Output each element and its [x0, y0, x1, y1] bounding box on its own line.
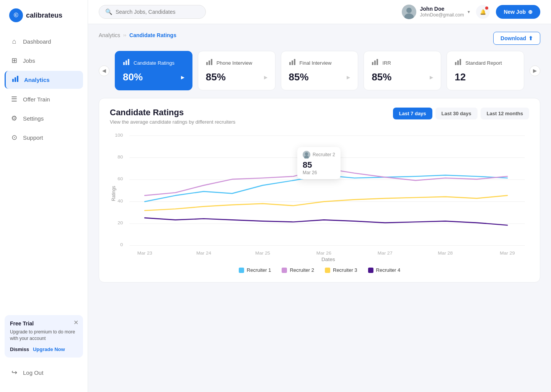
breadcrumb-parent[interactable]: Analytics — [99, 32, 120, 38]
svg-text:0: 0 — [120, 242, 123, 247]
svg-rect-7 — [126, 60, 127, 65]
metric-header-irr: IRR — [372, 58, 433, 67]
sidebar-item-dashboard[interactable]: ⌂ Dashboard — [5, 33, 83, 50]
svg-rect-18 — [455, 62, 456, 65]
chart-wrapper: Recruiter 2 85 Mar 26 100 80 60 40 20 0 … — [110, 132, 529, 263]
legend-item-recruiter2: Recruiter 2 — [282, 267, 314, 273]
svg-rect-16 — [374, 60, 376, 65]
sidebar-label-offer-train: Offer Train — [23, 96, 50, 103]
metric-card-standard-report[interactable]: Standard Report 12 — [447, 51, 524, 90]
metric-icon-candidate-ratings — [123, 58, 130, 67]
svg-text:40: 40 — [117, 198, 123, 203]
svg-point-4 — [406, 8, 412, 13]
svg-text:80: 80 — [117, 154, 123, 159]
svg-text:20: 20 — [117, 220, 123, 225]
sidebar-label-dashboard: Dashboard — [23, 38, 51, 45]
free-trial-title: Free Trial — [10, 320, 78, 327]
upgrade-button[interactable]: Upgrade Now — [33, 346, 65, 352]
breadcrumb-separator: ›› — [123, 33, 126, 38]
chart-card: Candidate Ratings View the average candi… — [99, 98, 540, 283]
svg-rect-0 — [12, 79, 14, 82]
legend-dot-recruiter2 — [282, 268, 287, 273]
search-input[interactable] — [116, 9, 199, 15]
notification-button[interactable]: 🔔 — [476, 5, 490, 19]
logo-text: calibrateus — [26, 11, 62, 20]
notification-dot — [485, 7, 488, 10]
svg-rect-20 — [460, 59, 461, 65]
tooltip-dot — [321, 165, 327, 171]
metric-card-irr[interactable]: IRR 85% ▶ — [364, 51, 441, 90]
sidebar-item-logout[interactable]: ↪ Log Out — [5, 364, 83, 381]
download-button[interactable]: Download ⬆ — [493, 32, 540, 45]
svg-rect-2 — [17, 76, 18, 82]
logo[interactable]: © calibrateus — [0, 0, 88, 33]
svg-rect-19 — [457, 60, 459, 65]
page-content: Analytics ›› Candidate Ratings Download … — [88, 24, 551, 392]
sidebar-label-settings: Settings — [23, 115, 44, 122]
free-trial-box: Free Trial ✕ Upgrade to premium to do mo… — [5, 315, 83, 358]
download-label: Download — [500, 35, 526, 41]
time-filter-12months[interactable]: Last 12 months — [481, 108, 529, 119]
metric-icon-standard-report — [455, 58, 462, 67]
time-filter-7days[interactable]: Last 7 days — [393, 108, 432, 119]
metric-value-row-final-interview: 85% ▶ — [289, 71, 350, 83]
svg-rect-14 — [294, 59, 295, 65]
metric-icon-final-interview — [289, 58, 297, 67]
dismiss-button[interactable]: Dismiss — [10, 346, 29, 352]
metric-title-final-interview: Final Interview — [300, 60, 332, 66]
new-job-label: New Job — [504, 9, 526, 15]
analytics-icon — [11, 75, 20, 84]
metrics-row: ◀ Candidate Ratings 80% ▶ — [99, 51, 540, 90]
free-trial-close-button[interactable]: ✕ — [73, 319, 78, 326]
legend-dot-recruiter1 — [239, 268, 244, 273]
metric-icon-phone-interview — [206, 58, 214, 67]
sidebar-item-settings[interactable]: ⚙ Settings — [5, 109, 83, 127]
settings-icon: ⚙ — [10, 114, 18, 122]
metric-arrow-phone-interview: ▶ — [264, 75, 267, 80]
chart-header: Candidate Ratings View the average candi… — [110, 108, 529, 125]
user-info[interactable]: John Doe JohnDoe@gmail.com ▾ — [402, 5, 470, 19]
chevron-down-icon: ▾ — [468, 9, 470, 15]
svg-rect-9 — [206, 62, 208, 65]
home-icon: ⌂ — [10, 38, 18, 46]
svg-text:Mar 29: Mar 29 — [500, 250, 515, 255]
sidebar-item-analytics[interactable]: Analytics — [5, 71, 83, 89]
sidebar-item-offer-train[interactable]: ☰ Offer Train — [5, 90, 83, 108]
search-bar[interactable]: 🔍 — [99, 5, 206, 19]
metric-header-candidate-ratings: Candidate Ratings — [123, 58, 184, 67]
metric-card-candidate-ratings[interactable]: Candidate Ratings 80% ▶ — [115, 51, 192, 90]
logo-icon: © — [9, 8, 23, 22]
metric-value-row-standard-report: 12 — [455, 71, 516, 83]
metric-value-standard-report: 12 — [455, 71, 466, 83]
main-content: 🔍 John Doe JohnDoe@gmail.com ▾ — [88, 0, 551, 392]
legend-item-recruiter4: Recruiter 4 — [368, 267, 401, 273]
metrics-prev-button[interactable]: ◀ — [99, 65, 109, 76]
sidebar-item-jobs[interactable]: ⊞ Jobs — [5, 52, 83, 69]
new-job-button[interactable]: New Job ⊕ — [496, 5, 540, 19]
sidebar-label-logout: Log Out — [23, 369, 43, 376]
legend-label-recruiter1: Recruiter 1 — [247, 267, 271, 273]
svg-rect-1 — [15, 77, 16, 82]
metric-card-final-interview[interactable]: Final Interview 85% ▶ — [281, 51, 359, 90]
svg-rect-8 — [128, 59, 129, 65]
download-icon: ⬆ — [528, 35, 533, 41]
metric-arrow-irr: ▶ — [430, 75, 433, 80]
svg-text:Mar 25: Mar 25 — [255, 250, 270, 255]
search-icon: 🔍 — [105, 8, 112, 15]
metric-title-irr: IRR — [382, 60, 391, 66]
metric-arrow-candidate-ratings: ▶ — [181, 75, 184, 80]
sidebar-label-analytics: Analytics — [24, 77, 50, 83]
sidebar-item-support[interactable]: ⊙ Support — [5, 129, 83, 146]
metrics-next-button[interactable]: ▶ — [530, 65, 540, 76]
metric-card-phone-interview[interactable]: Phone Interview 85% ▶ — [198, 51, 276, 90]
metric-title-candidate-ratings: Candidate Ratings — [134, 60, 174, 66]
sidebar-label-support: Support — [23, 134, 43, 141]
metric-icon-irr — [372, 58, 379, 67]
user-name: John Doe — [420, 5, 464, 12]
sidebar-label-jobs: Jobs — [23, 57, 35, 64]
svg-text:Dates: Dates — [321, 256, 335, 262]
metric-header-final-interview: Final Interview — [289, 58, 350, 67]
free-trial-actions: Dismiss Upgrade Now — [10, 346, 78, 352]
time-filter-30days[interactable]: Last 30 days — [435, 108, 478, 119]
chart-title-area: Candidate Ratings View the average candi… — [110, 108, 235, 125]
